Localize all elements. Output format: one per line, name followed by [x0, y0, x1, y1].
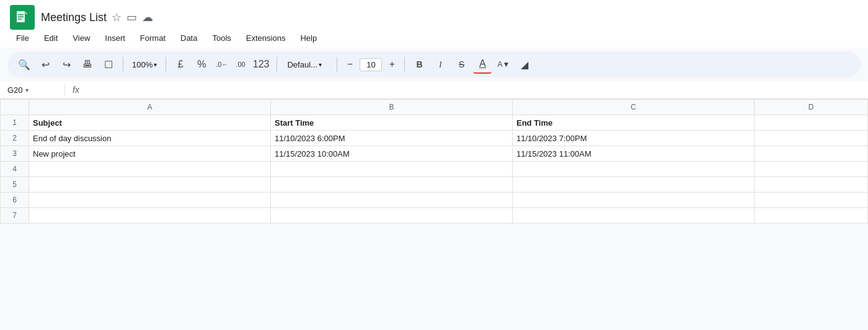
text-color-button[interactable]: A▼ [494, 55, 513, 74]
row-number-5[interactable]: 5 [1, 177, 29, 193]
col-header-d[interactable]: D [755, 100, 868, 115]
cell-4-d[interactable] [755, 162, 868, 177]
font-size-increase-button[interactable]: + [384, 57, 399, 72]
title-bar: Meetings List ☆ ▭ ☁ [0, 0, 868, 30]
doc-title-row: Meetings List ☆ ▭ ☁ [41, 11, 153, 24]
font-selector[interactable]: Defaul... ▾ [282, 60, 332, 69]
menu-tools[interactable]: Tools [206, 31, 237, 45]
title-icons: ☆ ▭ ☁ [112, 11, 153, 24]
menu-data[interactable]: Data [174, 31, 203, 45]
bold-button[interactable]: B [410, 55, 428, 74]
formula-bar: G20 ▾ fx [0, 81, 868, 99]
formula-input[interactable] [87, 85, 861, 95]
cloud-icon[interactable]: ☁ [142, 11, 153, 24]
cell-7-b[interactable] [271, 208, 513, 224]
cell-2-c[interactable]: 11/10/2023 7:00PM [513, 131, 755, 146]
cell-3-a[interactable]: New project [29, 146, 271, 162]
spreadsheet-table: A B C D 1SubjectStart TimeEnd Time2End o… [0, 99, 868, 224]
menu-insert[interactable]: Insert [99, 31, 131, 45]
sheets-logo-icon [15, 10, 30, 25]
cell-3-c[interactable]: 11/15/2023 11:00AM [513, 146, 755, 162]
cell-6-a[interactable] [29, 193, 271, 208]
cell-1-d[interactable] [755, 115, 868, 131]
font-name: Defaul... [287, 60, 317, 69]
cell-5-b[interactable] [271, 177, 513, 193]
menu-edit[interactable]: Edit [38, 31, 64, 45]
redo-button[interactable]: ↪ [57, 55, 76, 74]
svg-rect-1 [18, 14, 24, 15]
table-row: 7 [1, 208, 868, 224]
menu-help[interactable]: Help [294, 31, 323, 45]
cell-6-b[interactable] [271, 193, 513, 208]
cell-7-a[interactable] [29, 208, 271, 224]
row-number-3[interactable]: 3 [1, 146, 29, 162]
cell-3-d[interactable] [755, 146, 868, 162]
decimal-decrease-button[interactable]: .0← [213, 55, 231, 74]
cell-4-c[interactable] [513, 162, 755, 177]
formula-bar-divider [64, 84, 65, 96]
italic-button[interactable]: I [431, 55, 450, 74]
row-number-7[interactable]: 7 [1, 208, 29, 224]
table-row: 2End of day discussion11/10/2023 6:00PM1… [1, 131, 868, 146]
row-number-1[interactable]: 1 [1, 115, 29, 131]
cell-4-b[interactable] [271, 162, 513, 177]
cell-1-a[interactable]: Subject [29, 115, 271, 131]
folder-icon[interactable]: ▭ [126, 11, 137, 24]
document-title[interactable]: Meetings List [41, 11, 107, 24]
cell-1-c[interactable]: End Time [513, 115, 755, 131]
cell-reference: G20 [7, 85, 23, 95]
table-row: 6 [1, 193, 868, 208]
print-button[interactable]: 🖶 [78, 55, 97, 74]
toolbar-divider-4 [337, 57, 337, 72]
cell-2-b[interactable]: 11/10/2023 6:00PM [271, 131, 513, 146]
search-button[interactable]: 🔍 [15, 55, 33, 74]
cell-5-a[interactable] [29, 177, 271, 193]
undo-button[interactable]: ↩ [36, 55, 55, 74]
table-row: 1SubjectStart TimeEnd Time [1, 115, 868, 131]
toolbar-divider-3 [277, 57, 277, 72]
menu-extensions[interactable]: Extensions [240, 31, 292, 45]
zoom-selector[interactable]: 100% ▾ [128, 60, 161, 69]
col-header-a[interactable]: A [29, 100, 271, 115]
cell-reference-box[interactable]: G20 ▾ [7, 85, 57, 95]
cell-5-c[interactable] [513, 177, 755, 193]
toolbar: 🔍 ↩ ↪ 🖶 ☐ 100% ▾ £ % .0← .00 123 Defaul.… [7, 51, 861, 77]
cell-ref-dropdown-icon[interactable]: ▾ [25, 87, 29, 93]
cell-6-c[interactable] [513, 193, 755, 208]
corner-header [1, 100, 29, 115]
menu-bar: File Edit View Insert Format Data Tools … [0, 30, 868, 48]
cell-1-b[interactable]: Start Time [271, 115, 513, 131]
currency-button[interactable]: £ [171, 55, 190, 74]
font-size-controls: − 10 + [342, 57, 399, 72]
paint-format-button[interactable]: ☐ [99, 55, 118, 74]
font-size-decrease-button[interactable]: − [342, 57, 357, 72]
strikethrough-button[interactable]: S [452, 55, 471, 74]
format-123-button[interactable]: 123 [250, 55, 272, 74]
underline-button[interactable]: A [473, 55, 492, 74]
row-number-2[interactable]: 2 [1, 131, 29, 146]
cell-4-a[interactable] [29, 162, 271, 177]
spreadsheet-grid: A B C D 1SubjectStart TimeEnd Time2End o… [0, 99, 868, 224]
toolbar-divider-1 [123, 57, 123, 72]
cell-7-c[interactable] [513, 208, 755, 224]
cell-5-d[interactable] [755, 177, 868, 193]
col-header-b[interactable]: B [271, 100, 513, 115]
percent-button[interactable]: % [192, 55, 211, 74]
font-dropdown-icon: ▾ [319, 61, 322, 68]
toolbar-divider-2 [166, 57, 166, 72]
col-header-c[interactable]: C [513, 100, 755, 115]
menu-format[interactable]: Format [134, 31, 172, 45]
cell-3-b[interactable]: 11/15/2023 10:00AM [271, 146, 513, 162]
cell-2-d[interactable] [755, 131, 868, 146]
row-number-4[interactable]: 4 [1, 162, 29, 177]
cell-6-d[interactable] [755, 193, 868, 208]
menu-file[interactable]: File [10, 31, 35, 45]
row-number-6[interactable]: 6 [1, 193, 29, 208]
decimal-increase-button[interactable]: .00 [233, 55, 247, 74]
star-icon[interactable]: ☆ [112, 11, 122, 24]
cell-7-d[interactable] [755, 208, 868, 224]
cell-2-a[interactable]: End of day discussion [29, 131, 271, 146]
fill-color-button[interactable]: ◢ [515, 55, 534, 74]
menu-view[interactable]: View [66, 31, 96, 45]
font-size-input[interactable]: 10 [360, 58, 382, 71]
